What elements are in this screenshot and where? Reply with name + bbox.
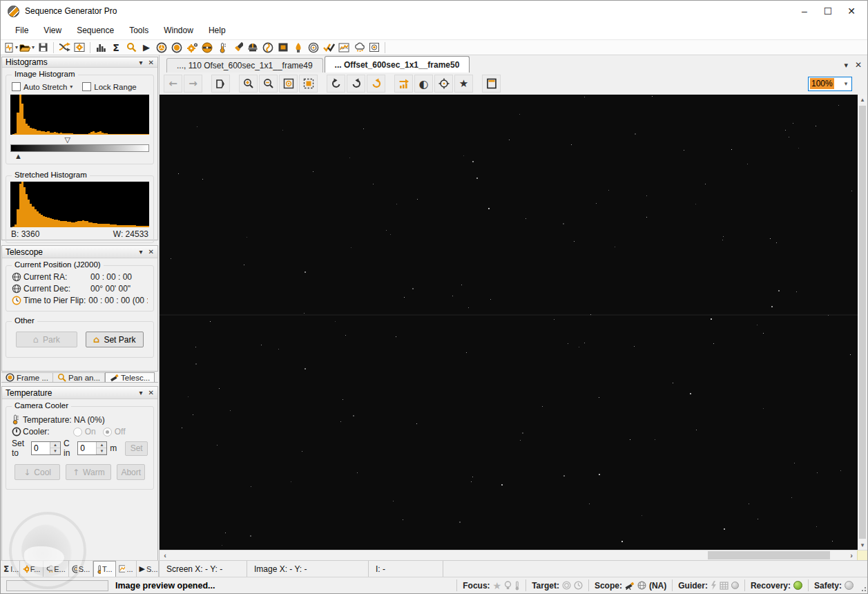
horizontal-scroll-track[interactable] (171, 550, 846, 560)
cool-button[interactable]: ↓Cool (15, 464, 60, 480)
statistics-icon[interactable]: Σ (108, 40, 124, 55)
zoom-level-combobox[interactable]: 100% ▾ (808, 77, 852, 91)
panel-menu-icon[interactable]: ▾ (139, 59, 143, 66)
dock-tab-sequence[interactable]: ▶S... (137, 561, 159, 577)
camera-icon[interactable] (154, 40, 169, 55)
stretched-histogram-label: Stretched Histogram (12, 171, 90, 179)
close-icon[interactable]: ✕ (840, 2, 863, 20)
zoom-level-value[interactable]: 100% (810, 78, 834, 89)
menu-tools[interactable]: Tools (122, 23, 156, 38)
mark-image-icon[interactable] (211, 75, 230, 93)
stretch-slider[interactable]: ▽ ▲ (10, 136, 149, 160)
zoom-in-icon[interactable] (239, 75, 258, 93)
minimize-icon[interactable]: – (793, 2, 816, 20)
scroll-down-icon[interactable]: ▾ (858, 540, 867, 550)
vertical-scroll-thumb[interactable] (859, 106, 866, 539)
star-detect-icon[interactable]: ★ (454, 75, 473, 93)
save-sequence-icon[interactable] (35, 40, 50, 55)
back-icon[interactable]: ← (164, 75, 182, 93)
panel-menu-icon[interactable]: ▾ (139, 389, 143, 396)
c-in-stepper[interactable]: ▲▼ (77, 441, 107, 455)
selection-icon[interactable] (299, 75, 318, 93)
park-button[interactable]: ⌂ Park (16, 332, 77, 347)
auto-stretch-checkbox[interactable] (12, 82, 21, 91)
chevron-down-icon[interactable]: ▾ (840, 80, 851, 87)
horizontal-scroll-thumb[interactable] (708, 551, 831, 559)
c-in-input[interactable] (78, 442, 96, 454)
auto-stretch-image-icon[interactable] (394, 75, 413, 93)
menu-window[interactable]: Window (156, 23, 201, 38)
warm-button[interactable]: ↑Warm (66, 464, 111, 480)
menu-sequence[interactable]: Sequence (69, 23, 122, 38)
white-point-marker[interactable]: ▽ (64, 135, 70, 144)
set-park-button[interactable]: ⌂ Set Park (86, 332, 144, 347)
tab-close-icon[interactable]: ✕ (855, 60, 862, 70)
set-to-input[interactable] (32, 442, 50, 454)
cooler-off-radio[interactable] (103, 428, 112, 437)
new-sequence-icon[interactable]: ▾ (3, 40, 19, 55)
auto-stretch-dropdown-icon[interactable]: ▾ (70, 84, 73, 90)
menu-file[interactable]: File (8, 23, 36, 38)
plate-solve-icon[interactable] (367, 40, 382, 55)
abort-button[interactable]: Abort (117, 464, 145, 480)
temperature-icon[interactable] (215, 40, 230, 55)
dock-tab-temperature[interactable]: T... (93, 561, 115, 577)
tab-list-dropdown-icon[interactable]: ▾ (844, 61, 848, 70)
image-canvas[interactable] (160, 95, 858, 550)
flashlight-icon[interactable] (230, 40, 245, 55)
image-tab-frame50[interactable]: ... Offset_600sec_1x1__frame50 (325, 56, 470, 73)
rotate-left-icon[interactable] (327, 75, 345, 93)
generate-sequence-icon[interactable] (57, 40, 72, 55)
zoom-out-icon[interactable] (259, 75, 278, 93)
alignment-icon[interactable] (306, 40, 321, 55)
panel-close-icon[interactable]: ✕ (148, 389, 154, 396)
panel-menu-icon[interactable]: ▾ (139, 248, 143, 256)
image-tab-frame49[interactable]: ..., 110 Ofset_600sec_1x1__frame49 (166, 58, 323, 73)
horizontal-scrollbar[interactable]: ‹ › (160, 550, 867, 560)
refresh-stretch-icon[interactable] (367, 75, 385, 93)
scroll-left-icon[interactable]: ‹ (160, 550, 171, 560)
vertical-scrollbar[interactable]: ▴ ▾ (858, 95, 867, 550)
checklist-icon[interactable] (321, 40, 336, 55)
rotate-right-icon[interactable] (347, 75, 365, 93)
menu-view[interactable]: View (36, 23, 69, 38)
lighter-icon[interactable] (291, 40, 306, 55)
histogram-icon[interactable] (93, 40, 108, 55)
telescope-mount-icon[interactable] (200, 40, 215, 55)
maximize-icon[interactable]: ☐ (816, 2, 840, 20)
flat-box-icon[interactable] (276, 40, 291, 55)
crosshair-icon[interactable] (434, 75, 453, 93)
menu-help[interactable]: Help (201, 23, 233, 38)
forward-icon[interactable]: → (184, 75, 202, 93)
weather-icon[interactable] (351, 40, 367, 55)
lock-range-checkbox[interactable] (82, 82, 91, 91)
observatory-icon[interactable] (245, 40, 260, 55)
dock-tab-graphs[interactable]: ... (116, 561, 137, 577)
set-to-stepper[interactable]: ▲▼ (31, 441, 61, 455)
scroll-up-icon[interactable]: ▴ (858, 95, 867, 104)
tab-frame[interactable]: Frame ... (1, 372, 53, 382)
run-sequence-icon[interactable]: ▶ (139, 40, 154, 55)
focuser-icon[interactable] (184, 40, 200, 55)
resize-grip-icon[interactable] (859, 577, 867, 593)
tab-pan[interactable]: Pan an... (53, 372, 105, 382)
frame-icon[interactable] (482, 75, 501, 93)
tab-telescope[interactable]: Telesc... (105, 372, 155, 382)
cooler-on-radio[interactable] (73, 428, 82, 437)
graphs-icon[interactable] (336, 40, 351, 55)
stretch-gradient-bar[interactable] (10, 144, 149, 152)
status-message: Image preview opened... (115, 581, 215, 591)
control-panel-icon[interactable] (72, 40, 87, 55)
fit-image-icon[interactable] (279, 75, 298, 93)
rotator-icon[interactable] (260, 40, 276, 55)
set-button[interactable]: Set (125, 441, 148, 456)
black-point-marker[interactable]: ▲ (15, 152, 22, 160)
open-sequence-icon[interactable]: ▾ (19, 40, 35, 55)
scroll-right-icon[interactable]: › (846, 550, 857, 560)
filter-wheel-icon[interactable] (169, 40, 184, 55)
find-icon[interactable] (124, 40, 139, 55)
panel-close-icon[interactable]: ✕ (148, 248, 154, 256)
contrast-icon[interactable]: ◐ (414, 75, 433, 93)
status-bar: Image preview opened... Focus: ★ Target:… (1, 577, 867, 593)
panel-close-icon[interactable]: ✕ (148, 59, 154, 66)
